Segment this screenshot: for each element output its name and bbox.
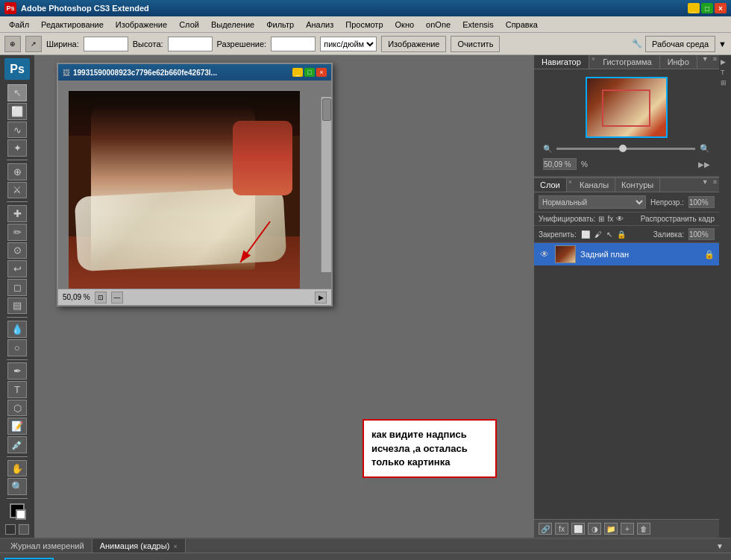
tool-magic-wand[interactable]: ✦ xyxy=(7,139,27,157)
layers-panel-options[interactable]: ▼ xyxy=(700,178,711,192)
foreground-color[interactable] xyxy=(10,503,25,518)
tool-healing[interactable]: ✚ xyxy=(7,205,27,222)
doc-minimize-button[interactable]: _ xyxy=(292,68,303,77)
lock-paint-icon[interactable]: 🖌 xyxy=(594,230,602,239)
menu-extensis[interactable]: Extensis xyxy=(457,19,500,31)
tool-notes[interactable]: 📝 xyxy=(7,418,27,435)
blend-mode-select[interactable]: Нормальный xyxy=(539,195,646,209)
layers-tab-close[interactable]: × xyxy=(567,178,574,192)
layer-delete-button[interactable]: 🗑 xyxy=(637,523,650,535)
image-button[interactable]: Изображение xyxy=(381,36,446,52)
menu-analysis[interactable]: Анализ xyxy=(300,19,339,31)
menu-edit[interactable]: Редактирование xyxy=(35,19,110,31)
resolution-input[interactable] xyxy=(271,37,316,51)
animation-tab-close[interactable]: × xyxy=(173,543,177,550)
tool-dodge[interactable]: ○ xyxy=(7,339,27,356)
tab-measurement-log[interactable]: Журнал измерений xyxy=(3,539,92,553)
tool-move[interactable]: ↖ xyxy=(7,84,27,101)
unify-style-icon[interactable]: fx xyxy=(607,215,613,223)
tool-blur[interactable]: 💧 xyxy=(7,321,27,338)
background-color[interactable] xyxy=(16,509,26,520)
layer-new-button[interactable]: + xyxy=(621,523,634,535)
minimize-button[interactable]: _ xyxy=(688,3,700,13)
fill-input[interactable] xyxy=(688,228,715,240)
screen-mode[interactable] xyxy=(19,524,29,535)
tool-hand[interactable]: ✋ xyxy=(7,460,27,477)
tool-history-brush[interactable]: ↩ xyxy=(7,260,27,277)
maximize-button[interactable]: □ xyxy=(701,3,713,13)
tool-crop[interactable]: ⊕ xyxy=(7,163,27,180)
zoom-fit-button[interactable]: ⊡ xyxy=(95,292,107,303)
close-button[interactable]: × xyxy=(715,3,727,13)
res-unit-select[interactable]: пикс/дюйм xyxy=(320,37,377,51)
menu-layer[interactable]: Слой xyxy=(173,19,205,31)
opacity-input[interactable] xyxy=(688,196,715,208)
tool-slice[interactable]: ⚔ xyxy=(7,182,27,199)
layer-group-button[interactable]: 📁 xyxy=(604,523,618,535)
tool-shape[interactable]: ⬡ xyxy=(7,400,27,417)
right-icon-3[interactable]: ⊞ xyxy=(721,79,730,88)
lock-pixels-icon[interactable]: ⬜ xyxy=(581,230,590,239)
tab-channels[interactable]: Каналы xyxy=(574,178,615,192)
menu-onone[interactable]: onOne xyxy=(420,19,457,31)
layer-link-button[interactable]: 🔗 xyxy=(539,523,552,535)
zoom-minus-icon[interactable]: 🔍 xyxy=(543,145,552,153)
vertical-scrollbar[interactable] xyxy=(321,97,331,272)
tool-brush[interactable]: ✏ xyxy=(7,224,27,241)
right-icon-2[interactable]: T xyxy=(721,69,730,78)
tool-marquee[interactable]: ⬜ xyxy=(7,103,27,120)
nav-more-btn[interactable]: ▶▶ xyxy=(698,160,710,169)
menu-filter[interactable]: Фильтр xyxy=(260,19,300,31)
lock-all-icon[interactable]: 🔒 xyxy=(617,230,626,239)
width-input[interactable] xyxy=(84,37,128,51)
layer-item-background[interactable]: 👁 Задний план 🔒 xyxy=(534,243,719,265)
clear-button[interactable]: Очистить xyxy=(451,36,500,52)
tool-stamp[interactable]: ⊙ xyxy=(7,242,27,259)
menu-select[interactable]: Выделение xyxy=(205,19,260,31)
layer-mask-button[interactable]: ⬜ xyxy=(571,523,585,535)
distribute-label[interactable]: Распространить кадр xyxy=(641,215,715,223)
menu-view[interactable]: Просмотр xyxy=(339,19,389,31)
lock-move-icon[interactable]: ↖ xyxy=(606,230,612,239)
layers-panel-expand[interactable]: ≡ xyxy=(711,178,719,192)
zoom-plus-icon[interactable]: 🔍 xyxy=(700,144,710,154)
statusbar-info-button[interactable]: ▶ xyxy=(315,292,327,303)
menu-window[interactable]: Окно xyxy=(389,19,421,31)
layer-adjustment-button[interactable]: ◑ xyxy=(588,523,601,535)
bottom-panel-options[interactable]: ▼ xyxy=(712,542,728,550)
tool-pen[interactable]: ✒ xyxy=(7,362,27,380)
zoom-value-input[interactable] xyxy=(543,158,577,170)
zoom-actual-button[interactable]: — xyxy=(111,292,123,303)
work-env-arrow[interactable]: ▼ xyxy=(718,40,727,48)
menu-image[interactable]: Изображение xyxy=(110,19,173,31)
height-input[interactable] xyxy=(168,37,213,51)
tool-eraser[interactable]: ◻ xyxy=(7,279,27,296)
work-env-button[interactable]: Рабочая среда xyxy=(645,36,715,52)
tool-gradient[interactable]: ▤ xyxy=(7,298,27,315)
tool-eyedropper[interactable]: 💉 xyxy=(7,436,27,453)
menu-help[interactable]: Справка xyxy=(500,19,544,31)
zoom-slider-handle[interactable] xyxy=(619,145,627,152)
unify-pos-icon[interactable]: ⊞ xyxy=(598,215,604,223)
quick-mask[interactable] xyxy=(5,524,16,535)
layer-style-button[interactable]: fx xyxy=(555,523,568,535)
tab-info[interactable]: Инфо xyxy=(660,55,697,69)
doc-title-text: 19931590008923c7796e62b660fe42673l... xyxy=(73,69,292,77)
tool-lasso[interactable]: ∿ xyxy=(7,122,27,139)
tab-layers[interactable]: Слои xyxy=(534,178,567,192)
unify-vis-icon[interactable]: 👁 xyxy=(616,215,624,223)
tool-zoom[interactable]: 🔍 xyxy=(7,478,27,495)
v-scroll-thumb[interactable] xyxy=(322,98,331,121)
doc-maximize-button[interactable]: □ xyxy=(304,68,315,77)
tab-histogram[interactable]: Гистограмма xyxy=(595,55,660,69)
doc-close-button[interactable]: × xyxy=(316,68,327,77)
tool-text[interactable]: T xyxy=(7,381,27,398)
menu-file[interactable]: Файл xyxy=(3,19,35,31)
right-icon-1[interactable]: ▶ xyxy=(721,58,730,67)
panel-options-icon[interactable]: ▼ xyxy=(700,55,711,69)
tab-navigator[interactable]: Навигатор xyxy=(534,55,589,69)
tab-paths[interactable]: Контуры xyxy=(615,178,660,192)
layer-visibility-toggle[interactable]: 👁 xyxy=(539,248,550,260)
panel-expand-icon[interactable]: ≡ xyxy=(711,55,719,69)
zoom-slider[interactable] xyxy=(556,148,695,150)
